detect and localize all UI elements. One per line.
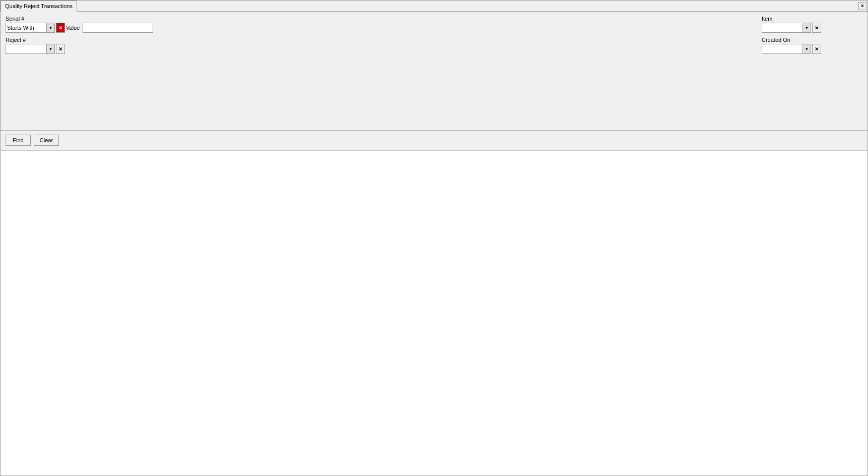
reject-number-label: Reject # [6, 37, 752, 43]
right-filters: Item Starts With Contains Equals Ends Wi… [762, 16, 862, 54]
serial-number-value-label: Value [66, 23, 80, 33]
item-label: Item [762, 16, 862, 22]
created-on-clear-button[interactable]: ✕ [812, 44, 821, 54]
window-title: Quality Reject Transactions [5, 3, 73, 9]
reject-number-operator-select[interactable]: Starts With Contains Equals Ends With [6, 44, 46, 53]
serial-number-operator-select[interactable]: Starts With Contains Equals Ends With [6, 23, 46, 32]
reject-number-controls: Starts With Contains Equals Ends With ▼ … [6, 44, 752, 54]
filter-top-row: Serial # Starts With Contains Equals End… [6, 16, 862, 54]
window-title-tab: Quality Reject Transactions [1, 1, 77, 12]
main-window: Quality Reject Transactions × Serial # S… [0, 0, 868, 476]
item-operator-select[interactable]: Starts With Contains Equals Ends With [762, 23, 803, 32]
created-on-label: Created On [762, 37, 862, 43]
left-filters: Serial # Starts With Contains Equals End… [6, 16, 762, 54]
results-area [1, 150, 867, 475]
serial-number-dropdown-arrow[interactable]: ▼ [46, 23, 54, 32]
serial-number-controls: Starts With Contains Equals Ends With ▼ … [6, 23, 752, 33]
serial-number-operator-wrapper: Starts With Contains Equals Ends With ▼ [6, 23, 55, 33]
serial-number-label: Serial # [6, 16, 752, 22]
serial-number-filter-group: Serial # Starts With Contains Equals End… [6, 16, 752, 33]
serial-number-clear-button[interactable]: ✕ [56, 23, 65, 33]
close-window-button[interactable]: × [858, 2, 866, 10]
reject-number-operator-wrapper: Starts With Contains Equals Ends With ▼ [6, 44, 55, 54]
item-controls: Starts With Contains Equals Ends With ▼ … [762, 23, 862, 33]
item-filter-group: Item Starts With Contains Equals Ends Wi… [762, 16, 862, 33]
reject-number-clear-button[interactable]: ✕ [56, 44, 65, 54]
action-bar: Find Clear [1, 131, 867, 150]
created-on-operator-select[interactable]: Equals Before After Between [762, 44, 803, 53]
item-clear-button[interactable]: ✕ [812, 23, 821, 33]
created-on-dropdown-arrow[interactable]: ▼ [803, 44, 811, 53]
created-on-controls: Equals Before After Between ▼ ✕ [762, 44, 862, 54]
clear-button[interactable]: Clear [34, 135, 59, 146]
serial-number-value-input[interactable] [83, 23, 153, 33]
reject-number-dropdown-arrow[interactable]: ▼ [46, 44, 54, 53]
reject-number-filter-group: Reject # Starts With Contains Equals End… [6, 37, 752, 54]
item-operator-wrapper: Starts With Contains Equals Ends With ▼ [762, 23, 811, 33]
item-dropdown-arrow[interactable]: ▼ [803, 23, 811, 32]
filter-area: Serial # Starts With Contains Equals End… [1, 12, 867, 130]
created-on-filter-group: Created On Equals Before After Between ▼ [762, 37, 862, 54]
created-on-operator-wrapper: Equals Before After Between ▼ [762, 44, 811, 54]
title-bar: Quality Reject Transactions × [1, 1, 867, 12]
find-button[interactable]: Find [6, 135, 31, 146]
